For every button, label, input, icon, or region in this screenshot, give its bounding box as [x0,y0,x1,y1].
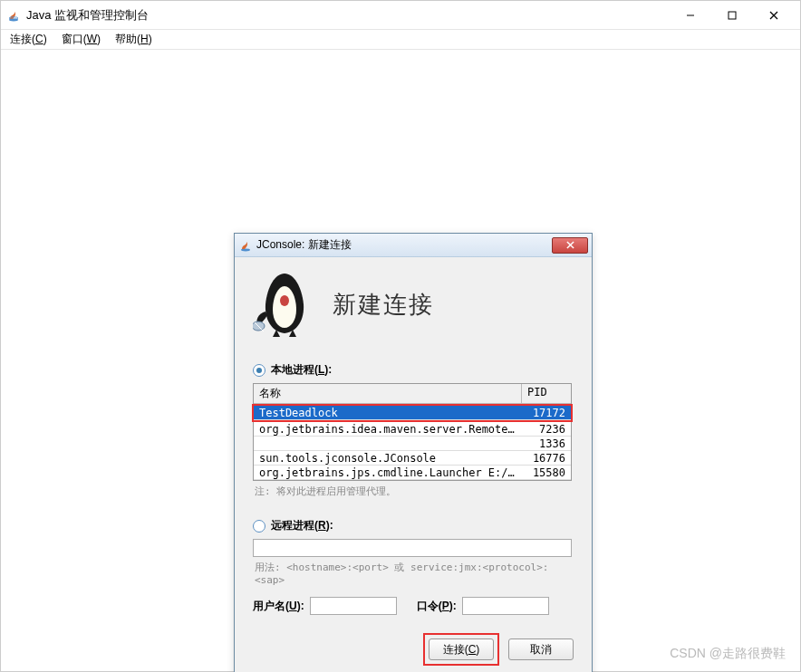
menu-help[interactable]: 帮助(H) [110,30,158,49]
local-process-section: 本地进程(L): 名称 PID TestDeadlock17172org.jet… [235,355,592,511]
process-name [254,437,522,450]
svg-point-9 [280,295,289,306]
remote-usage: 用法: <hostname>:<port> 或 service:jmx:<pro… [253,557,574,597]
main-title: Java 监视和管理控制台 [26,7,670,24]
process-table: 名称 PID TestDeadlock17172org.jetbrains.id… [253,383,572,481]
remote-process-radio-row[interactable]: 远程进程(R): [253,518,574,533]
process-pid: 7236 [522,422,571,436]
process-table-header: 名称 PID [254,384,571,404]
connect-highlight: 连接(C) [423,633,499,666]
process-name: TestDeadlock [254,406,522,419]
username-input[interactable] [310,597,397,615]
username-label: 用户名(U): [253,599,304,614]
table-row[interactable]: sun.tools.jconsole.JConsole16776 [254,451,571,466]
table-row[interactable]: TestDeadlock17172 [254,406,571,420]
remote-process-radio[interactable] [253,520,265,533]
menubar: 连接(C) 窗口(W) 帮助(H) [1,30,800,50]
connect-button[interactable]: 连接(C) [429,638,494,660]
dialog-close-button[interactable] [552,237,588,254]
cancel-button[interactable]: 取消 [508,638,574,660]
process-name: org.jetbrains.jps.cmdline.Launcher E:/id… [254,466,522,479]
minimize-button[interactable] [670,2,711,29]
remote-process-label: 远程进程(R): [271,518,333,533]
dialog-header: 新建连接 [235,257,592,355]
local-process-radio-row[interactable]: 本地进程(L): [253,362,574,378]
table-row[interactable]: org.jetbrains.idea.maven.server.RemoteMa… [254,422,571,437]
workspace: JConsole: 新建连接 [2,52,799,670]
table-row[interactable]: org.jetbrains.jps.cmdline.Launcher E:/id… [254,466,571,480]
window-controls [670,2,795,29]
main-window: Java 监视和管理控制台 连接(C) 窗口(W) 帮助(H) JConsole… [0,0,801,672]
dialog-titlebar: JConsole: 新建连接 [235,234,592,257]
password-label: 口令(P): [417,599,457,614]
process-name: sun.tools.jconsole.JConsole [254,451,522,465]
credentials-row: 用户名(U): 口令(P): [253,597,574,629]
process-pid: 17172 [522,406,571,419]
dialog-button-row: 连接(C) 取消 [235,633,592,672]
svg-rect-3 [729,12,736,19]
process-pid: 16776 [522,451,571,465]
process-name: org.jetbrains.idea.maven.server.RemoteMa… [254,422,522,436]
svg-point-6 [241,248,250,251]
menu-connect[interactable]: 连接(C) [5,30,53,49]
menu-window[interactable]: 窗口(W) [56,30,106,49]
java-icon [238,238,253,253]
local-process-radio[interactable] [253,364,265,377]
main-titlebar: Java 监视和管理控制台 [1,1,800,30]
process-pid: 1336 [522,437,571,450]
table-row[interactable]: 1336 [254,437,571,451]
java-icon [6,8,21,23]
col-pid-header[interactable]: PID [522,384,571,403]
remote-url-input[interactable] [253,539,572,557]
process-highlight: TestDeadlock17172 [252,404,573,422]
maximize-button[interactable] [711,2,753,29]
col-name-header[interactable]: 名称 [254,384,522,403]
dialog-body: 新建连接 本地进程(L): 名称 PID TestDeadlock17172or… [235,257,592,672]
process-pid: 15580 [522,466,571,479]
watermark: CSDN @走路很费鞋 [670,646,786,662]
password-input[interactable] [462,597,549,615]
dialog-header-title: 新建连接 [333,289,434,321]
dialog-title: JConsole: 新建连接 [256,237,552,253]
local-note: 注: 将对此进程启用管理代理。 [253,481,574,507]
duke-icon [253,268,316,341]
local-process-label: 本地进程(L): [271,362,332,378]
new-connection-dialog: JConsole: 新建连接 [234,233,593,672]
close-button[interactable] [753,2,795,29]
remote-process-section: 远程进程(R): 用法: <hostname>:<port> 或 service… [235,511,592,633]
